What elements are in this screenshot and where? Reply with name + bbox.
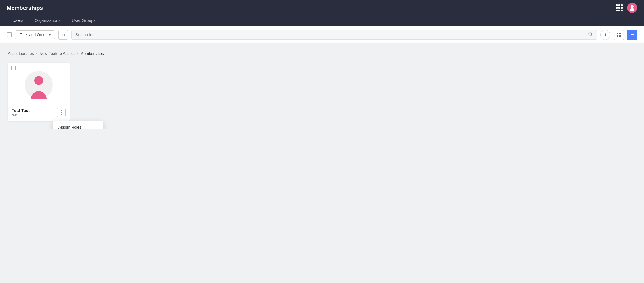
nav-header: Memberships (7, 0, 637, 13)
user-card-1: Test Test test (8, 63, 70, 121)
card-checkbox-1[interactable] (11, 66, 16, 70)
info-button[interactable]: i (600, 30, 610, 40)
search-icon (588, 32, 593, 38)
card-user-info: Test Test test (12, 108, 30, 117)
search-input[interactable] (75, 30, 588, 39)
card-person-body-icon (31, 91, 47, 99)
filter-order-button[interactable]: Filter and Order (15, 30, 55, 39)
top-navigation: Memberships Users Organizations User Gro… (0, 0, 644, 26)
grid-view-icon (617, 33, 621, 37)
search-bar (71, 30, 597, 40)
svg-line-1 (591, 35, 592, 36)
nav-tabs: Users Organizations User Groups (7, 15, 637, 26)
filter-dropdown-arrow-icon (49, 34, 51, 36)
card-wrapper-1: Test Test test Assign Roles Remove Me (8, 63, 70, 121)
card-footer: Test Test test (8, 105, 70, 121)
grid-icon[interactable] (616, 4, 623, 11)
toolbar: Filter and Order ↑↓ i + (0, 26, 644, 43)
plus-icon: + (631, 31, 634, 38)
add-button[interactable]: + (627, 30, 637, 40)
breadcrumb-current: Memberships (80, 51, 104, 56)
context-menu: Assign Roles Remove Membership (53, 121, 103, 129)
cards-grid: Test Test test Assign Roles Remove Me (8, 63, 636, 121)
info-icon: i (605, 33, 606, 37)
tab-user-groups[interactable]: User Groups (66, 15, 101, 26)
tab-organizations[interactable]: Organizations (29, 15, 66, 26)
context-menu-assign-roles[interactable]: Assign Roles (53, 121, 103, 129)
select-all-checkbox[interactable] (7, 32, 12, 37)
nav-icons (616, 3, 637, 13)
avatar-person-icon (629, 5, 635, 11)
breadcrumb-separator-2: › (77, 52, 78, 56)
breadcrumb-asset-libraries[interactable]: Asset Libraries (8, 51, 34, 56)
sort-icon: ↑↓ (61, 32, 65, 37)
view-toggle-button[interactable] (614, 30, 624, 40)
card-avatar-area (8, 63, 70, 105)
three-dots-icon (61, 110, 62, 115)
card-user-name: Test Test (12, 108, 30, 113)
sort-button[interactable]: ↑↓ (58, 30, 68, 40)
tab-users[interactable]: Users (7, 15, 29, 26)
main-content: Asset Libraries › New Feature Assets › M… (0, 43, 644, 129)
breadcrumb-separator-1: › (36, 52, 37, 56)
card-avatar-circle (25, 71, 53, 99)
card-person-head-icon (34, 76, 43, 85)
card-user-subtitle: test (12, 113, 30, 117)
breadcrumb: Asset Libraries › New Feature Assets › M… (8, 51, 636, 56)
app-title: Memberships (7, 5, 43, 11)
breadcrumb-new-feature-assets[interactable]: New Feature Assets (40, 51, 75, 56)
user-avatar[interactable] (627, 3, 637, 13)
card-context-menu-button[interactable] (57, 108, 66, 117)
